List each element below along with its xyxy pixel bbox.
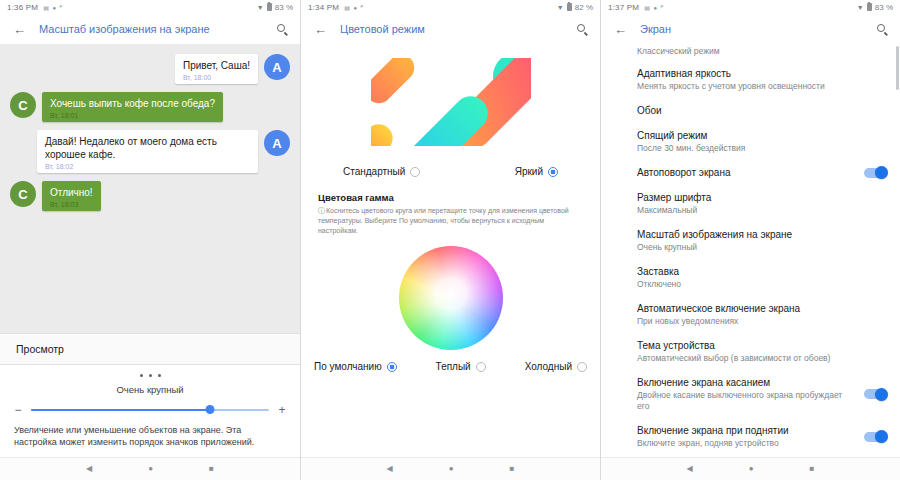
size-slider[interactable]: [31, 409, 269, 411]
section-description: ⓘКоснитесь цветового круга или перетащит…: [318, 206, 572, 236]
nav-home-icon[interactable]: ●: [749, 465, 754, 473]
settings-item[interactable]: Автоповорот экрана: [601, 160, 900, 185]
settings-item[interactable]: Обои: [601, 98, 900, 123]
settings-item-subtitle: Включите экран, подняв устройство: [637, 438, 854, 449]
settings-item-text: Размер шрифтаМаксимальный: [637, 191, 886, 216]
settings-item[interactable]: Спящий режимПосле 30 мин. бездействия: [601, 123, 900, 160]
avatar: C: [10, 181, 36, 207]
toggle-switch[interactable]: [864, 389, 886, 399]
message-text: Привет, Саша!: [183, 59, 250, 72]
search-icon[interactable]: [877, 24, 887, 34]
size-control-block: Очень крупный − + Увеличение или уменьше…: [0, 365, 300, 457]
settings-item[interactable]: Включение экрана при поднятииВключите эк…: [601, 418, 900, 455]
page-title: Цветовой режим: [340, 23, 425, 35]
nav-back-icon[interactable]: ◀: [387, 465, 393, 473]
decrease-button[interactable]: −: [14, 404, 22, 416]
setting-description: Увеличение или уменьшение объектов на эк…: [0, 421, 300, 457]
settings-item-text: ЗаставкаОтключено: [637, 265, 886, 290]
chat-bubble: Привет, Саша!Вт, 18:00: [175, 54, 258, 84]
color-temperature-option[interactable]: Теплый: [436, 361, 486, 372]
settings-item[interactable]: Адаптивная яркостьМенять яркость с учето…: [601, 61, 900, 98]
message-time: Вт, 18:00: [183, 74, 250, 81]
app-bar: ← Масштаб изображения на экране: [0, 14, 300, 44]
nav-recents-icon[interactable]: ■: [209, 465, 214, 473]
message-text: Давай! Недалеко от моего дома есть хорош…: [45, 135, 250, 161]
radio-button[interactable]: [548, 167, 558, 177]
nav-home-icon[interactable]: ●: [148, 465, 153, 473]
settings-item-text: Автоповорот экрана: [637, 166, 860, 179]
settings-item-title: Размер шрифта: [637, 191, 880, 204]
settings-item-subtitle: После 30 мин. бездействия: [637, 143, 880, 154]
color-mode-option[interactable]: Яркий: [515, 166, 558, 177]
chat-preview: Привет, Саша!Вт, 18:00ACХочешь выпить ко…: [0, 44, 300, 333]
nav-back-icon[interactable]: ◀: [687, 465, 693, 473]
radio-button[interactable]: [410, 167, 420, 177]
battery-percent: 83 %: [275, 3, 293, 12]
info-icon: ⓘ: [318, 207, 325, 214]
chat-message: CОтлично!Вт, 18:03: [10, 181, 290, 211]
slider-thumb[interactable]: [205, 405, 214, 414]
search-icon[interactable]: [577, 24, 587, 34]
toggle-switch[interactable]: [864, 168, 886, 178]
radio-label: Холодный: [525, 361, 572, 372]
screen-display-size: 1:36 PM ▤ ● ᴾ ▼ 83 % ← Масштаб изображен…: [0, 0, 300, 480]
radio-button[interactable]: [387, 362, 397, 372]
back-icon[interactable]: ←: [614, 23, 627, 36]
color-wheel[interactable]: [399, 246, 503, 350]
settings-item[interactable]: Классический режим: [601, 44, 900, 61]
nav-home-icon[interactable]: ●: [449, 465, 454, 473]
message-time: Вт, 18:01: [50, 112, 215, 119]
settings-list: Классический режимАдаптивная яркостьМеня…: [601, 44, 900, 457]
wifi-icon: ▼: [557, 4, 564, 11]
settings-item-title: Заставка: [637, 265, 880, 278]
nav-recents-icon[interactable]: ■: [510, 465, 515, 473]
settings-item[interactable]: Масштаб изображения на экранеОчень крупн…: [601, 222, 900, 259]
avatar: C: [10, 92, 36, 118]
page-dot: [149, 374, 152, 377]
section-description-text: Коснитесь цветового круга или перетащите…: [318, 207, 569, 234]
search-icon[interactable]: [277, 24, 287, 34]
settings-item-title: Автоматическое включение экрана: [637, 302, 880, 315]
message-text: Отлично!: [50, 186, 93, 199]
screen-color-mode: 1:34 PM ▤ ● ᴾ ▼ 82 % ← Цветовой режим Ст…: [300, 0, 600, 480]
increase-button[interactable]: +: [278, 404, 286, 416]
chat-bubble: Хочешь выпить кофе после обеда?Вт, 18:01: [42, 92, 223, 122]
toggle-knob: [875, 166, 888, 179]
notification-icons: ▤ ● ᴾ: [644, 4, 664, 11]
settings-item[interactable]: Автоматическое включение экранаПри новых…: [601, 296, 900, 333]
toggle-knob: [875, 388, 888, 401]
back-icon[interactable]: ←: [13, 23, 26, 36]
settings-item-text: Включение экрана при поднятииВключите эк…: [637, 424, 860, 449]
settings-item-text: Спящий режимПосле 30 мин. бездействия: [637, 129, 886, 154]
navigation-bar: ◀ ● ■: [301, 457, 600, 480]
settings-item[interactable]: Тема устройстваАвтоматический выбор (в з…: [601, 333, 900, 370]
message-time: Вт, 18:03: [50, 201, 93, 208]
settings-item-text: Включение экрана касаниемДвойное касание…: [637, 376, 860, 412]
color-mode-option[interactable]: Стандартный: [343, 166, 420, 177]
section-title: Цветовая гамма: [318, 192, 583, 203]
page-title: Экран: [640, 23, 671, 35]
chat-message: Давай! Недалеко от моего дома есть хорош…: [10, 130, 290, 173]
settings-item[interactable]: Размер шрифтаМаксимальный: [601, 185, 900, 222]
size-value-label: Очень крупный: [0, 384, 300, 395]
color-temperature-option[interactable]: Холодный: [525, 361, 587, 372]
radio-button[interactable]: [577, 362, 587, 372]
scrollbar[interactable]: [896, 46, 899, 90]
message-time: Вт, 18:02: [45, 163, 250, 170]
settings-item-subtitle: Максимальный: [637, 205, 880, 216]
nav-recents-icon[interactable]: ■: [810, 465, 815, 473]
toggle-switch[interactable]: [864, 432, 886, 442]
back-icon[interactable]: ←: [314, 23, 327, 36]
color-temperature-option[interactable]: По умолчанию: [314, 361, 397, 372]
settings-item[interactable]: Включение экрана касаниемДвойное касание…: [601, 370, 900, 418]
settings-item-text: Классический режим: [637, 45, 886, 57]
radio-button[interactable]: [476, 362, 486, 372]
notification-icons: ▤ ● ᴾ: [344, 4, 364, 11]
avatar: A: [264, 130, 290, 156]
screen-display-settings: 1:37 PM ▤ ● ᴾ ▼ 83 % ← Экран Классически…: [600, 0, 900, 480]
settings-item[interactable]: ЗаставкаОтключено: [601, 259, 900, 296]
notification-icons: ▤ ● ᴾ: [43, 4, 63, 11]
radio-label: Стандартный: [343, 166, 405, 177]
battery-icon: [567, 3, 572, 11]
nav-back-icon[interactable]: ◀: [86, 465, 92, 473]
